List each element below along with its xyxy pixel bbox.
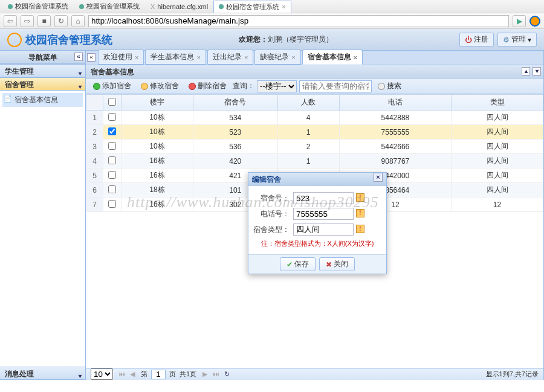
close-icon[interactable]: × <box>196 54 200 61</box>
close-icon[interactable]: × <box>354 54 357 61</box>
delete-icon <box>189 83 196 90</box>
url-input[interactable] <box>88 15 509 27</box>
row-checkbox[interactable] <box>108 142 116 150</box>
close-button[interactable]: ✖关闭 <box>319 257 355 271</box>
row-checkbox[interactable] <box>108 185 116 193</box>
room-label: 宿舍号： <box>253 193 290 204</box>
welcome-text: 欢迎您：刘鹏（楼宇管理员） <box>239 34 333 45</box>
page-input[interactable] <box>151 370 166 379</box>
file-icon: X <box>151 3 155 10</box>
warn-icon: ! <box>356 225 364 233</box>
tab-moveout[interactable]: 迁出纪录× <box>207 50 253 65</box>
tree-dorm-info[interactable]: 宿舍基本信息 <box>2 93 83 107</box>
dialog-header[interactable]: 编辑宿舍 × <box>248 173 386 186</box>
next-page-button[interactable]: ▶ <box>200 370 210 379</box>
close-icon[interactable]: × <box>291 54 295 61</box>
row-number: 2 <box>86 125 103 140</box>
col-room[interactable]: 宿舍号 <box>193 95 277 111</box>
edit-icon <box>141 83 148 90</box>
acc-message[interactable]: 消息处理▾ <box>0 367 85 380</box>
stop-button[interactable]: ■ <box>37 15 51 27</box>
col-building[interactable]: 楼宇 <box>121 95 193 111</box>
brand: 校园宿舍管理系统 <box>7 33 112 47</box>
register-button[interactable]: ⏻注册 <box>459 33 494 47</box>
pager-summary: 显示1到7,共7记录 <box>486 370 539 379</box>
row-checkbox[interactable] <box>108 171 116 179</box>
col-phone[interactable]: 电话 <box>339 95 451 111</box>
panel-header: 宿舍基本信息 ▴ ▾ <box>86 65 543 79</box>
row-checkbox[interactable] <box>108 200 116 208</box>
cell-type: 四人间 <box>452 111 543 125</box>
forward-button[interactable]: ⇨ <box>21 15 34 27</box>
panel-menu-button[interactable]: ▾ <box>533 67 541 76</box>
phone-input[interactable] <box>293 208 354 220</box>
close-icon[interactable]: × <box>282 3 285 10</box>
last-page-button[interactable]: ⏭ <box>211 370 221 379</box>
table-row[interactable]: 2 10栋 523 1 7555555 四人间 <box>86 125 543 140</box>
tab-absence[interactable]: 缺寝纪录× <box>254 50 300 65</box>
dialog-close-button[interactable]: × <box>374 173 383 182</box>
delete-button[interactable]: 删除宿舍 <box>185 80 230 92</box>
toolbar: 添加宿舍 修改宿舍 删除宿舍 查询： --楼宇-- 搜索 <box>86 79 543 94</box>
add-icon <box>93 83 100 90</box>
cell-type: 四人间 <box>452 140 543 154</box>
row-checkbox[interactable] <box>108 127 116 135</box>
browser-tab[interactable]: 校园宿舍管理系统× <box>213 1 291 13</box>
table-row[interactable]: 3 10栋 536 2 5442666 四人间 <box>86 140 543 154</box>
close-icon[interactable]: × <box>135 54 138 61</box>
row-number: 5 <box>86 169 103 183</box>
ie-icon <box>529 16 540 27</box>
home-button[interactable]: ⌂ <box>71 15 85 27</box>
pager: 10 ⏮ ◀ 第 页 共1页 ▶ ⏭ ↻ 显示1到7,共7记录 <box>86 368 543 380</box>
edit-dialog: 编辑宿舍 × 宿舍号：! 电话号：! 宿舍类型：! 注：宿舍类型格式为：X人间(… <box>248 172 387 274</box>
search-icon <box>378 83 385 90</box>
room-input[interactable] <box>293 192 354 204</box>
type-label: 宿舍类型： <box>253 225 290 235</box>
cell-type: 四人间 <box>452 154 543 169</box>
row-number: 1 <box>86 111 103 125</box>
close-icon[interactable]: × <box>244 54 248 61</box>
tab-student[interactable]: 学生基本信息× <box>145 50 206 65</box>
query-label: 查询： <box>233 81 254 91</box>
row-number: 6 <box>86 183 103 198</box>
add-button[interactable]: 添加宿舍 <box>89 80 135 92</box>
go-button[interactable]: ▶ <box>513 15 526 27</box>
table-row[interactable]: 1 10栋 534 4 5442888 四人间 <box>86 111 543 125</box>
search-button[interactable]: 搜索 <box>374 80 405 92</box>
page-size-select[interactable]: 10 <box>91 368 113 380</box>
tab-dorm[interactable]: 宿舍基本信息× <box>302 50 363 65</box>
acc-dorm[interactable]: 宿舍管理▾ <box>0 77 85 91</box>
browser-tab[interactable]: Xhibernate.cfg.xml <box>145 1 213 12</box>
col-people[interactable]: 人数 <box>277 95 339 111</box>
cell-people: 1 <box>277 125 339 140</box>
row-checkbox[interactable] <box>108 113 116 121</box>
back-button[interactable]: ⇦ <box>4 15 17 27</box>
first-page-button[interactable]: ⏮ <box>117 370 126 379</box>
cell-building: 16栋 <box>121 154 193 169</box>
type-input[interactable] <box>293 223 354 236</box>
select-all-checkbox[interactable] <box>108 98 116 106</box>
browser-tab[interactable]: 校园宿舍管理系统 <box>74 0 145 13</box>
tab-scroll-left[interactable]: « <box>87 53 96 62</box>
prev-page-button[interactable]: ◀ <box>128 370 137 379</box>
cell-people: 2 <box>277 140 339 154</box>
reload-button[interactable]: ↻ <box>222 370 232 379</box>
cell-phone: 9087767 <box>339 154 451 169</box>
logo-icon <box>7 33 22 47</box>
tab-welcome[interactable]: 欢迎使用× <box>98 50 144 65</box>
search-input[interactable] <box>299 80 372 92</box>
manage-button[interactable]: ⚙管理▾ <box>497 33 537 47</box>
cell-building: 10栋 <box>121 111 193 125</box>
row-checkbox[interactable] <box>108 156 116 164</box>
panel-collapse-button[interactable]: ▴ <box>522 67 530 76</box>
save-button[interactable]: ✔保存 <box>280 257 316 271</box>
edit-button[interactable]: 修改宿舍 <box>137 80 183 92</box>
refresh-button[interactable]: ↻ <box>54 15 68 27</box>
query-select[interactable]: --楼宇-- <box>257 80 297 92</box>
table-row[interactable]: 4 16栋 420 1 9087767 四人间 <box>86 154 543 169</box>
acc-student[interactable]: 学生管理▾ <box>0 64 85 77</box>
browser-tab[interactable]: 校园宿舍管理系统 <box>2 0 74 13</box>
col-type[interactable]: 类型 <box>452 95 543 111</box>
collapse-button[interactable]: « <box>74 53 83 61</box>
cell-type: 12 <box>452 198 543 212</box>
